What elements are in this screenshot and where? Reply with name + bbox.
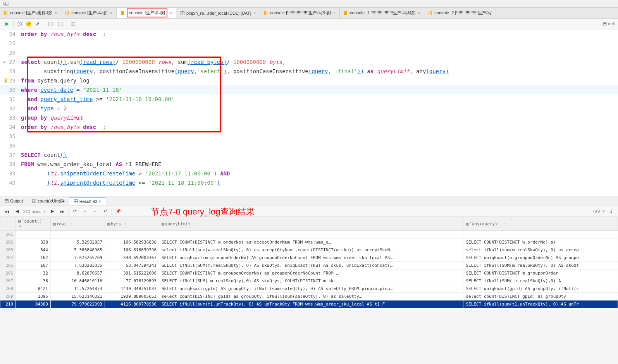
cell-byts[interactable] (105, 231, 159, 239)
column-header[interactable]: ▦queryLimit ÷ (159, 217, 463, 231)
code-line[interactable]: 33group by queryLimit (0, 113, 618, 122)
code-line[interactable]: 36 (0, 141, 618, 150)
tree-icon[interactable] (69, 20, 77, 28)
cell-any[interactable]: SELECT uniqExact(gpId) AS groupQty, ifNu… (463, 285, 618, 293)
column-header[interactable]: ▦`count()` ÷ (16, 217, 51, 231)
column-header[interactable] (0, 217, 16, 231)
close-icon[interactable]: × (99, 199, 101, 204)
code-content[interactable]: and query_start_time >= '2021-11-18 16:0… (19, 94, 618, 104)
cell-query[interactable]: SELECT uniqExact(gpId) AS groupQty, ifNu… (159, 285, 463, 293)
pin-icon[interactable]: 📌 (114, 208, 122, 215)
cell-rows[interactable]: 5.32932857 (51, 239, 105, 246)
code-line[interactable]: 32 and type = 2 (0, 104, 618, 113)
cell-count[interactable]: 8421 (16, 285, 51, 293)
cell-rows[interactable]: 5.386848985 (51, 246, 105, 254)
column-header[interactable]: ▦rows ÷ (51, 217, 105, 231)
code-content[interactable]: (t1.shipmentOrderCreateTime > '2021-11-1… (19, 169, 618, 178)
cell-query[interactable]: SELECT COUNT(DISTINCT w.orderNo) as acce… (159, 239, 463, 246)
table-row[interactable]: 201 (0, 231, 618, 239)
code-content[interactable]: where event_date = '2021-11-18' (19, 85, 618, 94)
cell-byts[interactable]: 77.078129893 (105, 277, 159, 285)
cell-count[interactable]: 162 (16, 254, 51, 262)
code-content[interactable]: select count(),sum(read_rows)/ 100000000… (19, 57, 618, 67)
cell-rows[interactable]: 7.675255709 (51, 254, 105, 262)
code-content[interactable]: SELECT count() (19, 150, 618, 160)
table-row[interactable]: 208842111.572648741439.348751037SELECT u… (0, 285, 618, 293)
cell-count[interactable]: 15912 (16, 308, 51, 310)
code-line[interactable]: 28 substring(query, positionCaseInsensit… (0, 67, 618, 76)
cell-rows[interactable]: 10.846810118 (51, 277, 105, 285)
cell-count[interactable]: 38 (16, 277, 51, 285)
code-content[interactable]: and type = 2 (19, 104, 618, 113)
cell-byts[interactable]: 1439.348751037 (105, 285, 159, 293)
table-row[interactable]: 2108436979.9706229934116.860778936SELECT… (0, 300, 618, 308)
close-icon[interactable]: × (418, 11, 420, 15)
cell-any[interactable]: SELECT ifNull(SUM(m.realSkuQty), 0) AS s… (463, 262, 618, 270)
code-content[interactable] (19, 48, 618, 57)
output-tab[interactable]: Result 93× (69, 197, 106, 205)
cell-any[interactable]: SELECT COUNT(DISTINCT w.orderNo) as (463, 239, 618, 246)
cell-rows[interactable]: 8.62870657 (51, 270, 105, 277)
cell-query[interactable]: SELECT COUNT(DISTINCT m.grouponOrderNo) … (159, 270, 463, 277)
editor-tab[interactable]: console [生产-集群-读]× (0, 8, 61, 18)
export-format[interactable]: TSV (592, 209, 600, 214)
cell-byts[interactable]: 1939.889005653 (105, 293, 159, 300)
cell-count[interactable]: 338 (16, 239, 51, 246)
sort-icon[interactable]: ÷ (503, 221, 506, 227)
column-header[interactable]: ▦`any(query)` ÷ (463, 217, 618, 231)
code-content[interactable]: from system.query_log (19, 76, 618, 85)
last-page-icon[interactable]: ⏭ (59, 208, 66, 215)
code-line[interactable]: 39 (t1.shipmentOrderCreateTime > '2021-1… (0, 169, 618, 178)
cell-any[interactable]: SELECT ifNull(SUM( m.realSkuQty),0) A (463, 277, 618, 285)
pause-icon[interactable]: P (26, 21, 31, 27)
cell-any[interactable]: SELECT ifNull(sum(t1.unTrackQty), 0) AS … (463, 300, 618, 308)
code-content[interactable] (19, 39, 618, 48)
code-line[interactable]: 💡29from system.query_log (0, 76, 618, 85)
table-row[interactable]: 2033445.386848985106.618839398select ifN… (0, 246, 618, 254)
editor-tab[interactable]: console [生产-4-读]× (61, 8, 116, 18)
wrench-icon[interactable] (34, 20, 41, 28)
cell-any[interactable]: select ifNull(sum(t1.unTrackQty), 0) AS … (463, 308, 618, 310)
cell-byts[interactable]: 4116.860778936 (105, 300, 159, 308)
remove-row-icon[interactable]: － (91, 208, 99, 215)
cell-query[interactable]: SELECT ifNull(SUM(m.realSkuQty), 0) AS s… (159, 262, 463, 270)
cell-any[interactable]: select ifNull(sum(w.realSkuQty), 0) as a… (463, 246, 618, 254)
cell-count[interactable] (16, 231, 51, 239)
table-row[interactable]: 2041627.675255709348.592003367SELECT uni… (0, 254, 618, 262)
table-row[interactable]: 206328.62870657391.515222606SELECT COUNT… (0, 270, 618, 277)
sort-icon[interactable]: ÷ (124, 221, 127, 227)
table-row[interactable]: 21115912149.9705107927589.968161554selec… (0, 308, 618, 310)
add-row-icon[interactable]: ＋ (81, 208, 89, 215)
cell-count[interactable]: 344 (16, 246, 51, 254)
layout-icon-1[interactable] (46, 20, 54, 28)
cell-query[interactable]: SELECT uniqExact(m.grouponOrderNo) AS gr… (159, 254, 463, 262)
table-row[interactable]: 2051677.83828303553.047394341SELECT ifNu… (0, 262, 618, 270)
cell-query[interactable]: SELECT ifNull(SUM( m.realSkuQty),0) AS s… (159, 277, 463, 285)
code-editor[interactable]: 24order by rows,byts desc ;25 26 ✓27sele… (0, 29, 618, 196)
code-content[interactable]: FROM wms.wms_order_sku_local AS t1 PREWH… (19, 160, 618, 169)
export-icon[interactable]: ⤓ (607, 208, 615, 215)
output-tab[interactable]: count():UInt64 (28, 197, 69, 205)
code-line[interactable]: 37SELECT count() (0, 150, 618, 160)
results-grid[interactable]: ▦`count()` ÷▦rows ÷▦byts ÷▦queryLimit ÷▦… (0, 217, 618, 310)
cell-byts[interactable]: 53.047394341 (105, 262, 159, 270)
column-header[interactable]: ▦byts ÷ (105, 217, 159, 231)
cell-query[interactable] (159, 231, 463, 239)
history-icon[interactable] (16, 20, 24, 28)
sort-icon[interactable]: ÷ (19, 224, 22, 229)
code-line[interactable]: 26 (0, 48, 618, 57)
editor-tab[interactable]: console [生产-0-读]× (117, 8, 176, 18)
code-line[interactable]: 31 and query_start_time >= '2021-11-18 1… (0, 94, 618, 104)
cell-count[interactable]: 1895 (16, 293, 51, 300)
close-icon[interactable]: × (110, 11, 112, 15)
close-icon[interactable]: × (55, 11, 57, 15)
code-line[interactable]: ✓27select count(),sum(read_rows)/ 100000… (0, 57, 618, 67)
close-icon[interactable]: × (170, 11, 172, 15)
sort-icon[interactable]: ÷ (70, 221, 73, 227)
code-line[interactable]: 38FROM wms.wms_order_sku_local AS t1 PRE… (0, 160, 618, 169)
code-content[interactable] (19, 132, 618, 141)
cell-count[interactable]: 167 (16, 262, 51, 270)
cell-rows[interactable]: 15.623140321 (51, 293, 105, 300)
cell-any[interactable]: SELECT COUNT(DISTINCT m.grouponOrder (463, 270, 618, 277)
output-tab[interactable]: Output (0, 197, 28, 205)
